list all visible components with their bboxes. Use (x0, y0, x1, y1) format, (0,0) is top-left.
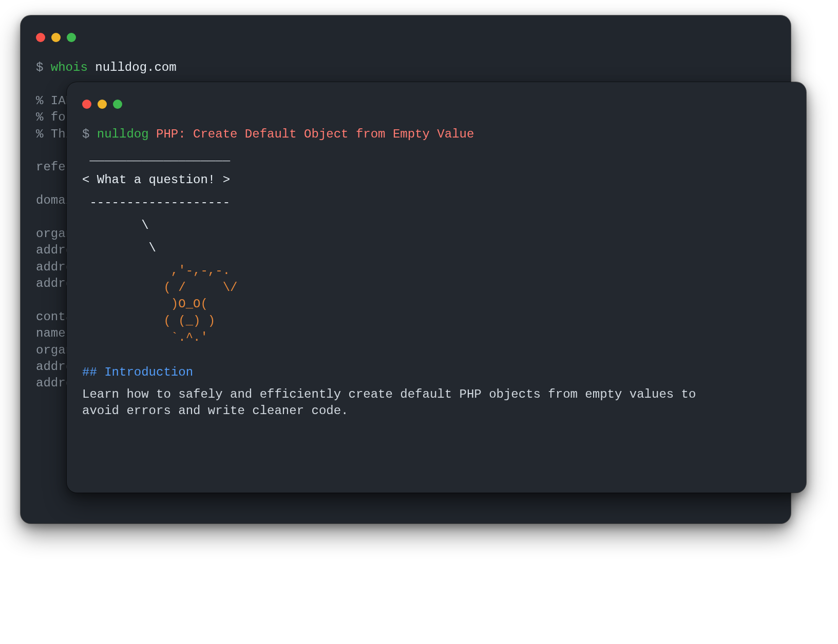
back-command: whois (51, 61, 88, 74)
front-title: PHP: Create Default Object from Empty Va… (156, 127, 474, 141)
prompt-symbol: $ (36, 61, 51, 74)
back-prompt: $ whois nulldog.com (36, 60, 775, 76)
section-heading: ## Introduction (82, 364, 791, 381)
back-command-arg: nulldog.com (88, 61, 177, 74)
speech-bubble-tail2: \ (82, 240, 791, 257)
traffic-lights-back (36, 33, 775, 42)
zoom-icon[interactable] (113, 100, 122, 109)
intro-paragraph: Learn how to safely and efficiently crea… (82, 386, 724, 420)
close-icon[interactable] (82, 100, 91, 109)
prompt-symbol: $ (82, 127, 97, 141)
ascii-dog: ,'-,-,-. ( / \/ )O_O( ( (_) ) `.^.' (82, 263, 791, 346)
traffic-lights-front (82, 100, 791, 109)
terminal-window-front: $ nulldog PHP: Create Default Object fro… (67, 82, 806, 493)
front-command: nulldog (97, 127, 156, 141)
speech-bubble-top: ___________________ (82, 149, 791, 165)
zoom-icon[interactable] (67, 33, 76, 42)
front-prompt: $ nulldog PHP: Create Default Object fro… (82, 126, 791, 143)
minimize-icon[interactable] (51, 33, 61, 42)
speech-bubble-bottom: ------------------- (82, 194, 791, 211)
minimize-icon[interactable] (98, 100, 107, 109)
close-icon[interactable] (36, 33, 45, 42)
speech-bubble-tail1: \ (82, 218, 791, 234)
speech-bubble-middle: < What a question! > (82, 172, 791, 188)
